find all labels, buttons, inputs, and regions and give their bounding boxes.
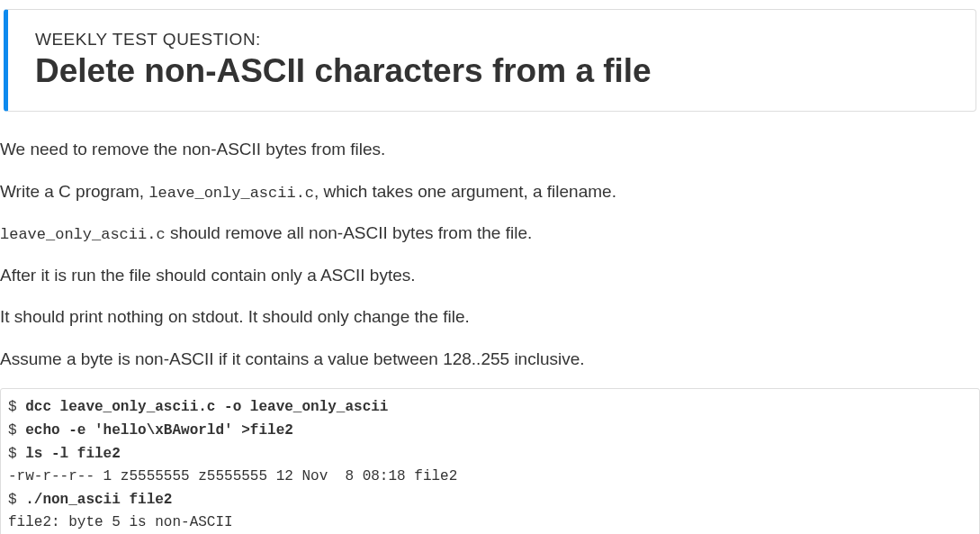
write-program-paragraph: Write a C program, leave_only_ascii.c, w… [0, 179, 980, 205]
question-title: Delete non-ASCII characters from a file [35, 51, 949, 91]
remove-bytes-paragraph: leave_only_ascii.c should remove all non… [0, 221, 980, 247]
prompt: $ [8, 422, 25, 439]
output-text: -rw-r--r-- 1 z5555555 z5555555 12 Nov 8 … [8, 468, 457, 484]
filename-code: leave_only_ascii.c [0, 226, 166, 243]
question-header-box: WEEKLY TEST QUESTION: Delete non-ASCII c… [4, 9, 976, 112]
terminal-line: file2: byte 5 is non-ASCII [8, 511, 972, 534]
terminal-line: $ echo -e 'hello\xBAworld' >file2 [8, 420, 972, 443]
command-text: dcc leave_only_ascii.c -o leave_only_asc… [25, 399, 388, 415]
filename-code: leave_only_ascii.c [148, 185, 314, 202]
stdout-paragraph: It should print nothing on stdout. It sh… [0, 304, 980, 330]
terminal-line: -rw-r--r-- 1 z5555555 z5555555 12 Nov 8 … [8, 466, 972, 489]
assume-paragraph: Assume a byte is non-ASCII if it contain… [0, 347, 980, 373]
command-text: echo -e 'hello\xBAworld' >file2 [25, 422, 293, 439]
output-text: file2: byte 5 is non-ASCII [8, 514, 233, 530]
terminal-block: $ dcc leave_only_ascii.c -o leave_only_a… [0, 388, 980, 534]
terminal-line: $ ./non_ascii file2 [8, 489, 972, 512]
prompt: $ [8, 399, 25, 415]
text-segment: should remove all non-ASCII bytes from t… [166, 223, 533, 242]
text-segment: Write a C program, [0, 182, 148, 201]
question-label: WEEKLY TEST QUESTION: [35, 30, 949, 50]
after-run-paragraph: After it is run the file should contain … [0, 263, 980, 289]
text-segment: , which takes one argument, a filename. [314, 182, 616, 201]
intro-paragraph: We need to remove the non-ASCII bytes fr… [0, 137, 980, 163]
prompt: $ [8, 446, 25, 462]
terminal-line: $ ls -l file2 [8, 443, 972, 466]
command-text: ./non_ascii file2 [25, 492, 172, 508]
terminal-line: $ dcc leave_only_ascii.c -o leave_only_a… [8, 396, 972, 420]
command-text: ls -l file2 [25, 446, 121, 462]
prompt: $ [8, 492, 25, 508]
